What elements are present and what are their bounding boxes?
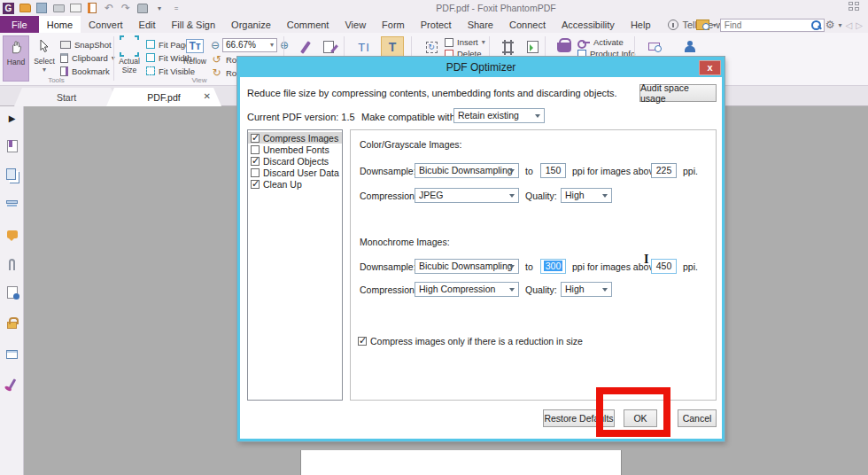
settings-gear-icon[interactable]: ⚙ [825, 19, 835, 31]
tab-accessibility[interactable]: Accessibility [554, 16, 623, 33]
tab-fill-sign[interactable]: Fill & Sign [164, 16, 224, 33]
tab-share[interactable]: Share [460, 16, 501, 33]
search-icon[interactable] [810, 19, 822, 31]
save-icon[interactable] [35, 3, 48, 14]
certificates-panel-icon[interactable] [4, 285, 19, 300]
ocr-icon[interactable] [521, 36, 544, 58]
mono-above-ppi-field[interactable]: 450 [651, 259, 677, 274]
select-label: Select [34, 57, 55, 66]
dialog-close-icon[interactable]: x [699, 60, 721, 75]
tab-edit[interactable]: Edit [131, 16, 164, 33]
rotate-pages-icon[interactable]: ↻ [420, 36, 443, 58]
zoom-in-icon[interactable]: ⊕ [280, 39, 289, 51]
insert-icon [445, 38, 453, 47]
restore-windows-icon[interactable] [849, 2, 861, 12]
snapshot-button[interactable]: SnapShot [60, 38, 115, 51]
attachments-panel-icon[interactable] [4, 257, 19, 271]
mono-quality-combobox[interactable]: High [561, 282, 612, 297]
find-input[interactable] [720, 19, 825, 32]
reflow-button[interactable]: Tт Reflow [182, 35, 208, 82]
mono-section-title: Monochrome Images: [360, 237, 450, 247]
tab-protect[interactable]: Protect [413, 16, 460, 33]
audit-space-usage-button[interactable]: Audit space usage [639, 84, 717, 102]
cancel-button[interactable]: Cancel [678, 409, 717, 427]
clipboard-button[interactable]: Clipboard▾ [60, 51, 115, 64]
tab-start[interactable]: Start [14, 88, 119, 106]
activate-button[interactable]: Activate [577, 37, 635, 47]
edit-text-icon[interactable] [294, 36, 317, 58]
zoom-dropdown-icon: ▾ [270, 41, 274, 49]
list-item[interactable]: Discard User Data [248, 167, 342, 178]
page-thumbnails-icon[interactable] [4, 168, 19, 183]
bookmark-button[interactable]: Bookmark [60, 65, 115, 77]
search-scope-icon[interactable] [696, 19, 709, 30]
add-text-icon[interactable]: TI [353, 36, 376, 58]
tab-help[interactable]: Help [623, 16, 659, 33]
tab-document[interactable]: PDF.pdf ✕ [106, 88, 221, 106]
tools-group-label: Tools [0, 76, 112, 84]
close-tab-icon[interactable]: ✕ [204, 91, 211, 101]
actual-size-button[interactable]: Actual Size [116, 35, 143, 82]
reduction-checkbox-row[interactable]: Compress images only if there is a reduc… [355, 335, 585, 347]
typewriter-tool-icon[interactable]: T [381, 36, 404, 58]
layers-panel-icon[interactable] [4, 199, 19, 213]
tab-convert[interactable]: Convert [81, 16, 131, 33]
make-compatible-combobox[interactable]: Retain existing [453, 108, 545, 123]
store-basket-icon[interactable] [553, 36, 576, 58]
mono-compression-combobox[interactable]: High Compression [415, 282, 519, 297]
color-above-ppi-field[interactable]: 225 [651, 163, 677, 178]
undo-icon[interactable]: ↶ [103, 3, 115, 14]
mono-above-ppi-value: 450 [656, 261, 672, 271]
insert-pages-button[interactable]: Insert▾ [445, 37, 485, 47]
bookmarks-panel-icon[interactable] [4, 139, 19, 153]
color-ppi-value: 150 [546, 165, 562, 175]
checkbox-icon[interactable] [358, 337, 367, 346]
prev-view-icon[interactable]: ◁ [846, 20, 853, 30]
select-tool-button[interactable]: Select ▾ [31, 35, 58, 82]
open-icon[interactable] [19, 3, 31, 14]
new-doc-icon[interactable] [86, 3, 98, 14]
ribbon-divider [113, 36, 114, 81]
print-icon[interactable] [52, 3, 65, 14]
tab-comment[interactable]: Comment [279, 16, 337, 33]
tab-form[interactable]: Form [374, 16, 413, 33]
email-icon[interactable] [69, 3, 81, 14]
ppi-label: ppi. [683, 261, 698, 272]
list-item[interactable]: Clean Up [248, 178, 342, 190]
form-fields-panel-icon[interactable] [4, 347, 19, 362]
option-label: Discard User Data [263, 167, 339, 178]
comments-panel-icon[interactable] [4, 227, 19, 241]
color-downsample-combobox[interactable]: Bicubic Downsampling [415, 163, 519, 178]
crop-pages-icon[interactable] [496, 36, 519, 58]
tab-view[interactable]: View [337, 16, 374, 33]
search-scope-dropdown-icon[interactable]: ▾ [713, 21, 717, 29]
zoom-level-combobox[interactable]: 66.67% ▾ [222, 38, 277, 52]
list-item[interactable]: Unembed Fonts [248, 144, 342, 155]
color-quality-combobox[interactable]: High [561, 188, 612, 203]
color-compression-combobox[interactable]: JPEG [415, 188, 519, 203]
list-item[interactable]: Compress Images [248, 132, 342, 144]
checkbox-icon[interactable] [251, 157, 260, 166]
edit-object-icon[interactable] [317, 36, 340, 58]
mono-downsample-combobox[interactable]: Bicubic Downsampling [415, 259, 519, 274]
checkbox-icon[interactable] [251, 180, 260, 189]
list-item[interactable]: Discard Objects [248, 155, 342, 167]
signature-panel-icon[interactable] [4, 378, 19, 392]
checkbox-icon[interactable] [251, 145, 260, 154]
tab-file[interactable]: File [0, 16, 39, 33]
color-ppi-field[interactable]: 150 [540, 163, 566, 178]
collapse-panel-icon[interactable]: ▶ [4, 111, 19, 125]
next-view-icon[interactable]: ▷ [856, 20, 863, 30]
hand-tool-button[interactable]: Hand [3, 35, 29, 82]
tab-connect[interactable]: Connect [501, 16, 554, 33]
cart-icon[interactable] [643, 36, 666, 58]
checkbox-icon[interactable] [251, 134, 260, 143]
account-settings-icon[interactable] [678, 36, 701, 58]
checkbox-icon[interactable] [251, 168, 260, 177]
mono-ppi-field[interactable]: 300 [540, 259, 566, 274]
tab-home[interactable]: Home [39, 16, 81, 33]
tab-organize[interactable]: Organize [223, 16, 279, 33]
settings-dropdown-icon[interactable]: ▾ [839, 21, 842, 29]
security-lock-icon[interactable] [4, 315, 19, 330]
zoom-out-icon[interactable]: ⊖ [211, 39, 220, 51]
